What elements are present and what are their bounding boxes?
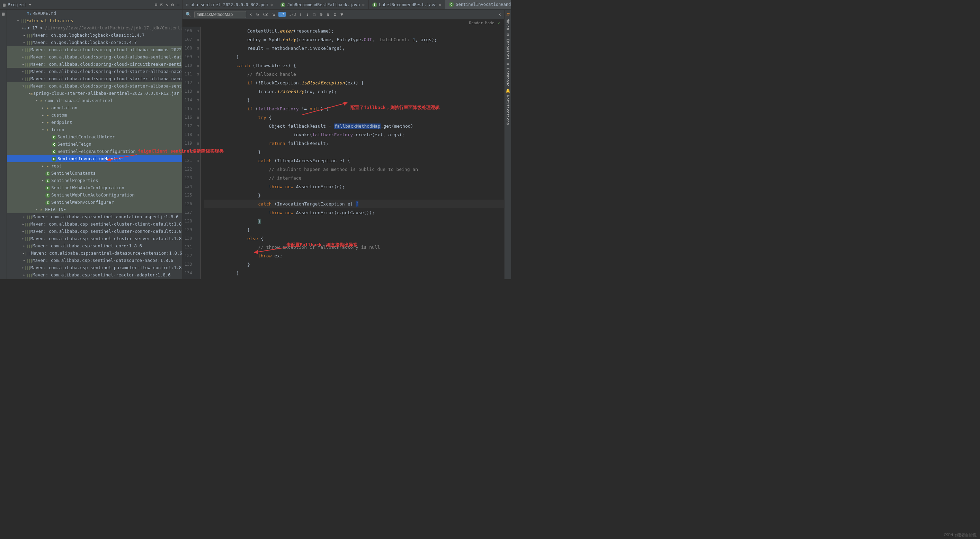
close-icon[interactable]: × <box>270 2 273 8</box>
tree-item[interactable]: ▸|||Maven: ch.qos.logback:logback-classi… <box>7 32 182 39</box>
tree-item[interactable]: ▾▸feign <box>7 126 182 133</box>
tree-item[interactable]: ▸|||Maven: com.alibaba.csp:sentinel-clus… <box>7 220 182 228</box>
tree-item[interactable]: ▸|||Maven: com.alibaba.csp:sentinel-data… <box>7 249 182 257</box>
search-input[interactable] <box>194 11 246 18</box>
class-icon: C <box>280 2 285 7</box>
project-panel-header: ▤ Project ▾ ⊕ ⇱ ⇲ ⚙ — <box>0 0 183 10</box>
tree-item[interactable]: ▸☕< 17 >/Library/Java/JavaVirtualMachine… <box>7 24 182 32</box>
search-count: 3/3 <box>289 12 296 17</box>
tree-item[interactable]: ▸▸rest <box>7 162 182 170</box>
right-tool-strip: m Maven ⊡ Endpoints ▭ Database 🔔 Notific… <box>504 10 511 279</box>
database-icon[interactable]: ▭ <box>507 62 509 66</box>
fold-strip[interactable]: ⊟⊟⊟⊟⊟⊟⊟⊟⊟⊟⊟⊟⊟⊟⊟⊟ <box>196 27 200 279</box>
tree-item[interactable]: ▾▣spring-cloud-starter-alibaba-sentinel-… <box>7 90 182 97</box>
left-tool-strip: ▤ <box>0 10 7 279</box>
match-case-icon[interactable]: Cc <box>262 12 270 17</box>
tree-item[interactable]: ▸|||Maven: ch.qos.logback:logback-core:1… <box>7 39 182 46</box>
find-bar: 🔍 × ↻ Cc W .* 3/3 ↑ ↓ ☐ ⊕ ⇅ ⚙ ▼ × <box>183 10 504 19</box>
tree-item[interactable]: ▸CSentinelProperties <box>7 177 182 184</box>
tree-item[interactable]: ▾▸com.alibaba.cloud.sentinel <box>7 97 182 104</box>
maven-icon: m <box>186 2 188 7</box>
notifications-tool[interactable]: Notifications <box>506 94 510 126</box>
search-icon[interactable]: 🔍 <box>185 12 192 17</box>
tree-item[interactable]: ▸▸META-INF <box>7 206 182 213</box>
tree-item[interactable]: CSentinelWebFluxAutoConfiguration <box>7 191 182 198</box>
tree-item[interactable]: CSentinelConstants <box>7 170 182 177</box>
tree-item[interactable]: ▸|||Maven: com.alibaba.csp:sentinel-reac… <box>7 271 182 279</box>
tree-item[interactable]: ▸|||Maven: com.alibaba.cloud:spring-clou… <box>7 46 182 53</box>
tree-item[interactable]: CSentinelWebAutoConfiguration <box>7 184 182 191</box>
tree-item[interactable]: ▸▸endpoint <box>7 119 182 126</box>
tree-item[interactable]: ▸|||Maven: com.alibaba.csp:sentinel-data… <box>7 257 182 264</box>
tree-item[interactable]: ▸|||Maven: com.alibaba.cloud:spring-clou… <box>7 68 182 75</box>
tree-item[interactable]: ▾|||Maven: com.alibaba.cloud:spring-clou… <box>7 82 182 90</box>
project-tree[interactable]: M↓README.md▾|||External Libraries▸☕< 17 … <box>7 10 183 279</box>
tree-item[interactable]: ▸|||Maven: com.alibaba.csp:sentinel-core… <box>7 242 182 249</box>
tree-item[interactable]: CSentinelFeign <box>7 141 182 148</box>
notifications-icon[interactable]: 🔔 <box>506 89 511 93</box>
tab-pom[interactable]: m aba-sentinel-2022.0.0.0-RC2.pom × <box>183 0 277 10</box>
toggle-icon[interactable]: ⇅ <box>326 12 331 17</box>
tree-item[interactable]: ▸|||Maven: com.alibaba.cloud:spring-clou… <box>7 53 182 60</box>
expand-icon[interactable]: ⇲ <box>166 2 169 7</box>
select-all-icon[interactable]: ☐ <box>312 12 317 17</box>
prev-match-icon[interactable]: ↑ <box>298 12 303 17</box>
next-match-icon[interactable]: ↓ <box>305 12 310 17</box>
tree-item[interactable]: ▸|||Maven: com.alibaba.csp:sentinel-clus… <box>7 228 182 235</box>
words-icon[interactable]: W <box>272 12 276 17</box>
collapse-icon[interactable]: ⇱ <box>160 2 163 7</box>
endpoints-tool[interactable]: Endpoints <box>506 37 510 61</box>
maven-tool[interactable]: Maven <box>506 17 510 32</box>
database-tool[interactable]: Database <box>506 67 510 88</box>
maven-tool-icon[interactable]: m <box>506 11 509 17</box>
regex-icon[interactable]: .* <box>278 12 286 17</box>
code-editor[interactable]: ContextUtil.enter(resourceName); entry =… <box>200 27 504 279</box>
tree-item[interactable]: ▸|||Maven: com.alibaba.cloud:spring-clou… <box>7 60 182 68</box>
close-icon[interactable]: × <box>439 2 442 8</box>
line-gutter: 1061071081091101111121131141151161171181… <box>183 27 196 279</box>
endpoints-icon[interactable]: ⊡ <box>507 32 509 36</box>
clear-icon[interactable]: × <box>248 12 253 17</box>
tree-item[interactable]: ▸|||Maven: com.alibaba.cloud:spring-clou… <box>7 75 182 82</box>
tree-item[interactable]: ▸|||Maven: com.alibaba.csp:sentinel-para… <box>7 264 182 271</box>
locate-icon[interactable]: ⊕ <box>155 2 158 7</box>
history-icon[interactable]: ↻ <box>255 12 260 17</box>
tree-item[interactable]: ▸▸annotation <box>7 104 182 111</box>
project-title[interactable]: Project <box>8 2 27 7</box>
settings-icon[interactable]: ⚙ <box>332 12 337 17</box>
tree-item[interactable]: ▸|||Maven: com.alibaba.csp:sentinel-anno… <box>7 213 182 220</box>
tree-item[interactable]: ▸▸custom <box>7 111 182 119</box>
tree-item[interactable]: ▸|||Maven: com.alibaba.csp:sentinel-clus… <box>7 235 182 242</box>
tree-item[interactable]: CSentinelContractHolder <box>7 133 182 141</box>
gear-icon[interactable]: ⚙ <box>171 2 174 7</box>
tree-item[interactable]: CSentinelFeignAutoConfiguration <box>7 148 182 155</box>
close-icon[interactable]: × <box>362 2 364 8</box>
tab-sentinel-handler[interactable]: C SentinelInvocationHandler.java × <box>445 0 511 10</box>
tree-item[interactable]: ▾|||External Libraries <box>7 17 182 24</box>
structure-icon[interactable]: ▤ <box>2 11 5 16</box>
editor-tabs: m aba-sentinel-2022.0.0.0-RC2.pom × C Jo… <box>183 0 511 10</box>
reader-mode-link[interactable]: Reader Mode <box>469 21 495 25</box>
tree-item[interactable]: M↓README.md <box>7 10 182 17</box>
tab-jobfallback[interactable]: C JobRecommendRestFallback.java × <box>277 0 369 10</box>
tab-labelrest[interactable]: I LabelRecommendRest.java × <box>369 0 445 10</box>
add-selection-icon[interactable]: ⊕ <box>319 12 324 17</box>
class-icon: C <box>449 2 453 7</box>
filter-icon[interactable]: ▼ <box>339 12 344 17</box>
interface-icon: I <box>372 2 377 7</box>
close-search-icon[interactable]: × <box>497 12 502 17</box>
tree-item[interactable]: CSentinelInvocationHandler <box>7 155 182 162</box>
tree-item[interactable]: CSentinelWebMvcConfigurer <box>7 198 182 206</box>
hide-icon[interactable]: — <box>177 2 180 7</box>
check-icon[interactable]: ✓ <box>498 21 500 25</box>
